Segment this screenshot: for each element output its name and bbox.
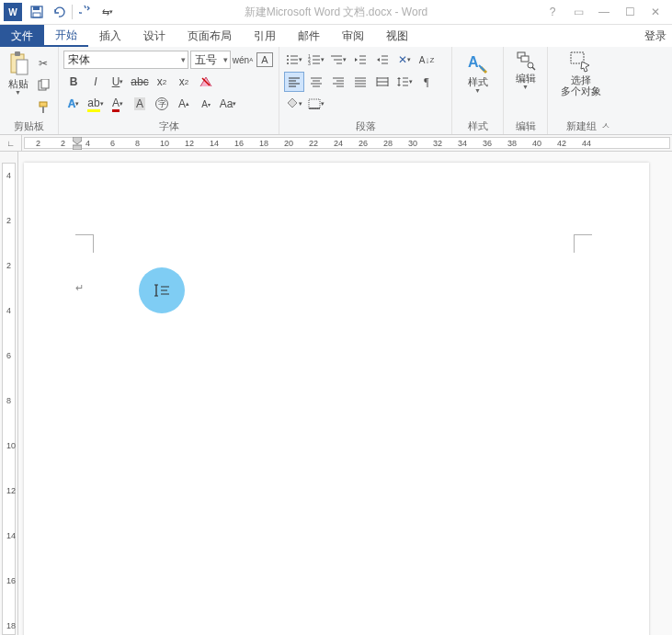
svg-text:A: A	[468, 54, 479, 70]
tab-layout[interactable]: 页面布局	[177, 25, 243, 47]
copy-icon[interactable]	[33, 75, 53, 96]
tab-selector-icon[interactable]: ∟	[0, 135, 22, 151]
text-effects-button[interactable]: A▾	[63, 94, 84, 114]
font-group-label: 字体	[63, 119, 275, 134]
superscript-button[interactable]: x2	[174, 72, 194, 92]
group-newgroup: 选择多个对象 新建组 ㅅ	[548, 47, 614, 134]
tab-view[interactable]: 视图	[375, 25, 419, 47]
shrink-font-button[interactable]: A▾	[196, 94, 216, 114]
bold-button[interactable]: B	[63, 72, 84, 92]
asian-layout-button[interactable]: ✕▾	[394, 50, 415, 70]
svg-rect-7	[41, 79, 49, 88]
styles-label: 样式	[468, 76, 488, 87]
ruler-h-tick: 22	[309, 139, 318, 148]
minimize-icon[interactable]: —	[591, 3, 617, 21]
ruler-h-track: 2246810121416182022242628303234363840424…	[24, 137, 670, 149]
subscript-button[interactable]: x2	[152, 72, 172, 92]
character-border-icon[interactable]: A	[255, 50, 275, 70]
paste-icon	[7, 51, 29, 76]
undo-icon[interactable]	[48, 1, 70, 23]
tab-insert[interactable]: 插入	[88, 25, 132, 47]
tab-file[interactable]: 文件	[0, 25, 44, 47]
distributed-align-button[interactable]	[372, 72, 393, 92]
enclose-characters-icon[interactable]: 字	[152, 94, 172, 114]
group-font: 宋体 ▾ 五号 ▾ wénA A B I U▾ abc x2 x2	[59, 47, 279, 134]
ruler-h-tick: 8	[135, 139, 140, 148]
tab-design[interactable]: 设计	[132, 25, 177, 47]
horizontal-ruler[interactable]: ∟ 22468101214161820222426283032343638404…	[0, 135, 672, 152]
group-paragraph: ▾ 123▾ ▾ ✕▾ A↓Z	[279, 47, 452, 134]
ruler-v-track: 4224681012141618	[2, 163, 16, 635]
ruler-h-tick: 2	[61, 139, 65, 148]
close-icon[interactable]: ✕	[643, 3, 668, 21]
ruler-h-tick: 34	[458, 139, 467, 148]
character-shading-icon[interactable]: A	[130, 94, 150, 114]
font-size-value: 五号	[195, 52, 217, 68]
redo-icon[interactable]	[74, 1, 97, 23]
align-center-button[interactable]	[306, 72, 326, 92]
group-clipboard: 粘贴 ▼ ✂ 剪贴板	[0, 47, 59, 134]
increase-indent-icon[interactable]	[372, 50, 393, 70]
font-name-combo[interactable]: 宋体 ▾	[63, 51, 188, 69]
format-painter-icon[interactable]	[33, 97, 53, 118]
cut-icon[interactable]: ✂	[33, 53, 53, 74]
clear-formatting-icon[interactable]	[196, 72, 216, 92]
shading-button[interactable]: ▾	[284, 94, 304, 114]
maximize-icon[interactable]: ☐	[617, 3, 643, 21]
italic-button[interactable]: I	[85, 72, 106, 92]
first-line-indent-marker[interactable]	[73, 137, 82, 150]
help-icon[interactable]: ?	[540, 3, 565, 21]
font-size-combo[interactable]: 五号 ▾	[190, 51, 231, 69]
ruler-v-tick: 4	[6, 306, 11, 315]
page-viewport[interactable]: ↵	[18, 152, 672, 635]
save-icon[interactable]	[26, 1, 48, 23]
tab-review[interactable]: 审阅	[331, 25, 375, 47]
chevron-down-icon: ▾	[220, 55, 228, 64]
ribbon-display-icon[interactable]: ▭	[565, 3, 591, 21]
font-color-button[interactable]: A▾	[108, 94, 128, 114]
change-case-button[interactable]: Aa▾	[218, 94, 238, 114]
line-spacing-button[interactable]: ▾	[394, 72, 415, 92]
phonetic-guide-icon[interactable]: wénA	[233, 50, 253, 70]
highlight-button[interactable]: ab▾	[85, 94, 106, 114]
styles-icon: A	[466, 51, 490, 74]
numbering-button[interactable]: 123▾	[306, 50, 326, 70]
chevron-down-icon: ▼	[15, 89, 21, 96]
ruler-h-tick: 2	[36, 139, 40, 148]
document-page[interactable]: ↵	[24, 163, 649, 635]
underline-button[interactable]: U▾	[108, 72, 128, 92]
qat-separator	[72, 5, 73, 19]
svg-rect-57	[309, 99, 320, 108]
bullets-button[interactable]: ▾	[284, 50, 304, 70]
grow-font-button[interactable]: A▴	[174, 94, 194, 114]
styles-button[interactable]: A 样式 ▼	[460, 49, 496, 96]
tab-home[interactable]: 开始	[44, 25, 88, 47]
strikethrough-button[interactable]: abc	[130, 72, 150, 92]
select-multi-label: 选择多个对象	[561, 74, 601, 96]
ruler-h-tick: 38	[507, 139, 517, 148]
align-right-button[interactable]	[328, 72, 348, 92]
qat-customize-icon[interactable]: ⇆▾	[97, 1, 119, 23]
multilevel-list-button[interactable]: ▾	[328, 50, 348, 70]
align-justify-button[interactable]	[350, 72, 370, 92]
ruler-h-tick: 10	[160, 139, 169, 148]
vertical-ruler[interactable]: 4224681012141618	[0, 152, 18, 635]
ruler-h-tick: 36	[483, 139, 492, 148]
clipboard-group-label: 剪贴板	[4, 119, 54, 134]
collapse-ribbon-icon[interactable]: ㅅ	[601, 119, 610, 132]
tab-mailings[interactable]: 邮件	[287, 25, 331, 47]
svg-point-13	[287, 59, 289, 61]
decrease-indent-icon[interactable]	[350, 50, 370, 70]
chevron-down-icon: ▼	[474, 87, 481, 94]
svg-rect-61	[521, 56, 529, 62]
svg-rect-1	[33, 6, 40, 10]
find-button[interactable]: 编辑 ▼	[509, 49, 542, 92]
login-link[interactable]: 登录	[644, 28, 666, 44]
select-multiple-objects-button[interactable]: 选择多个对象	[553, 49, 609, 98]
borders-button[interactable]: ▾	[306, 94, 326, 114]
show-marks-icon[interactable]: ¶	[416, 72, 437, 92]
tab-references[interactable]: 引用	[243, 25, 287, 47]
paste-button[interactable]: 粘贴 ▼	[4, 49, 32, 97]
align-left-button[interactable]	[284, 72, 304, 92]
sort-icon[interactable]: A↓Z	[416, 50, 437, 70]
